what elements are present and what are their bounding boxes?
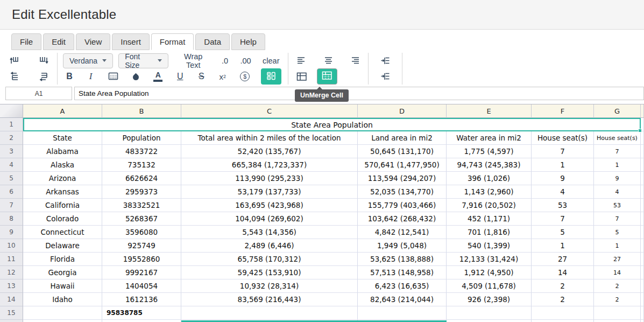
cell-G11[interactable]: 27: [594, 253, 641, 266]
cell-B8[interactable]: 5268367: [102, 212, 181, 226]
cell-F3[interactable]: 7: [532, 145, 594, 158]
cell-D7[interactable]: 155,779 (403,466): [358, 199, 447, 212]
merge-across-button[interactable]: [294, 69, 310, 84]
insert-column-before-button[interactable]: [6, 53, 23, 68]
cell-B15[interactable]: 95838785: [102, 306, 181, 320]
cell-C15[interactable]: [181, 306, 358, 320]
underline-button[interactable]: U: [174, 69, 187, 84]
align-center-button[interactable]: [321, 53, 336, 68]
cell-D2[interactable]: Land area in mi2: [358, 131, 447, 145]
col-header-F[interactable]: F: [532, 104, 594, 118]
cell-F10[interactable]: 1: [532, 239, 594, 253]
cell-F4[interactable]: 1: [532, 158, 594, 172]
unmerge-cell-button[interactable]: [317, 68, 337, 85]
cell-B5[interactable]: 6626624: [102, 172, 181, 185]
row-header-6[interactable]: 6: [0, 185, 23, 199]
cell-F11[interactable]: 27: [532, 253, 594, 266]
row-header-8[interactable]: 8: [0, 212, 23, 226]
cell-E13[interactable]: 4,509 (11,678): [447, 279, 532, 293]
row-header-12[interactable]: 12: [0, 266, 23, 279]
tab-edit[interactable]: Edit: [43, 33, 74, 50]
indent-decrease-button[interactable]: [378, 69, 393, 84]
cell-D8[interactable]: 103,642 (268,432): [358, 212, 447, 226]
cell-F12[interactable]: 14: [532, 266, 594, 279]
italic-button[interactable]: I: [84, 69, 97, 84]
row-header-10[interactable]: 10: [0, 239, 23, 253]
font-size-dropdown[interactable]: Font Size: [118, 53, 168, 68]
row-header-1[interactable]: 1: [0, 118, 23, 131]
cell-C2[interactable]: Total area within 2 miles of the locatio…: [181, 131, 358, 145]
cell-E3[interactable]: 1,775 (4,597): [447, 145, 532, 158]
selection-fill-handle[interactable]: [638, 129, 642, 132]
cell-C4[interactable]: 665,384 (1,723,337): [181, 158, 358, 172]
align-right-button[interactable]: [348, 53, 363, 68]
cell-E7[interactable]: 7,916 (20,502): [447, 199, 532, 212]
cell-B4[interactable]: 735132: [102, 158, 181, 172]
cell-G12[interactable]: 14: [594, 266, 641, 279]
cell-D15[interactable]: [358, 306, 447, 320]
insert-row-after-button[interactable]: [36, 69, 52, 84]
row-header-14[interactable]: 14: [0, 293, 23, 306]
cell-D5[interactable]: 113,594 (294,207): [358, 172, 447, 185]
cell-B14[interactable]: 1612136: [102, 293, 181, 306]
increase-decimal-button[interactable]: .00: [237, 53, 254, 68]
cell-G8[interactable]: 7: [594, 212, 641, 226]
cell-C6[interactable]: 53,179 (137,733): [181, 185, 358, 199]
cell-D11[interactable]: 53,625 (138,888): [358, 253, 447, 266]
cell-G15[interactable]: [594, 306, 641, 320]
cell-A11[interactable]: Florida: [23, 253, 102, 266]
decrease-decimal-button[interactable]: .0: [218, 53, 231, 68]
cell-E15[interactable]: [447, 306, 532, 320]
cell-C14[interactable]: 83,569 (216,443): [181, 293, 358, 306]
insert-row-before-button[interactable]: [6, 69, 23, 84]
cell-C10[interactable]: 2,489 (6,446): [181, 239, 358, 253]
cell-A15[interactable]: [23, 306, 102, 320]
cell-F14[interactable]: 2: [532, 293, 594, 306]
cell-G13[interactable]: 2: [594, 279, 641, 293]
cell-C3[interactable]: 52,420 (135,767): [181, 145, 358, 158]
cell-E10[interactable]: 540 (1,399): [447, 239, 532, 253]
fill-color-button[interactable]: [130, 69, 143, 84]
insert-column-after-button[interactable]: [36, 53, 52, 68]
cell-D3[interactable]: 50,645 (131,170): [358, 145, 447, 158]
cell-B10[interactable]: 925749: [102, 239, 181, 253]
col-header-E[interactable]: E: [447, 104, 532, 118]
cell-E2[interactable]: Water area in mi2: [447, 131, 532, 145]
cell-F9[interactable]: 5: [532, 226, 594, 239]
col-header-G[interactable]: G: [594, 104, 641, 118]
tab-file[interactable]: File: [11, 33, 41, 50]
tab-help[interactable]: Help: [231, 33, 265, 50]
cell-E12[interactable]: 1,912 (4,950): [447, 266, 532, 279]
tab-format[interactable]: Format: [151, 33, 194, 50]
cell-C9[interactable]: 5,543 (14,356): [181, 226, 358, 239]
row-header-15[interactable]: 15: [0, 306, 23, 320]
cell-F16[interactable]: [532, 320, 594, 322]
font-family-dropdown[interactable]: Verdana: [63, 53, 113, 68]
cell-E16[interactable]: [447, 320, 532, 322]
row-header-13[interactable]: 13: [0, 279, 23, 293]
row-header-4[interactable]: 4: [0, 158, 23, 172]
row-header-16[interactable]: [0, 320, 23, 322]
cell-B3[interactable]: 4833722: [102, 145, 181, 158]
bold-button[interactable]: B: [63, 69, 76, 84]
cell-B7[interactable]: 38332521: [102, 199, 181, 212]
col-header-A[interactable]: A: [23, 104, 102, 118]
cell-D14[interactable]: 82,643 (214,044): [358, 293, 447, 306]
cell-B9[interactable]: 3596080: [102, 226, 181, 239]
cell-E8[interactable]: 452 (1,171): [447, 212, 532, 226]
strikethrough-button[interactable]: S: [195, 69, 208, 84]
row-header-11[interactable]: 11: [0, 253, 23, 266]
row-header-5[interactable]: 5: [0, 172, 23, 185]
cell-C12[interactable]: 59,425 (153,910): [181, 266, 358, 279]
cell-E14[interactable]: 926 (2,398): [447, 293, 532, 306]
cell-G7[interactable]: 53: [594, 199, 641, 212]
cell-C11[interactable]: 65,758 (170,312): [181, 253, 358, 266]
row-header-9[interactable]: 9: [0, 226, 23, 239]
cell-reference-box[interactable]: A1: [5, 87, 72, 100]
cell-B6[interactable]: 2959373: [102, 185, 181, 199]
cell-F13[interactable]: 2: [532, 279, 594, 293]
currency-format-button[interactable]: $: [237, 69, 252, 84]
borders-button[interactable]: [105, 69, 121, 84]
wrap-text-button[interactable]: Wrap Text: [174, 53, 213, 68]
cell-B12[interactable]: 9992167: [102, 266, 181, 279]
